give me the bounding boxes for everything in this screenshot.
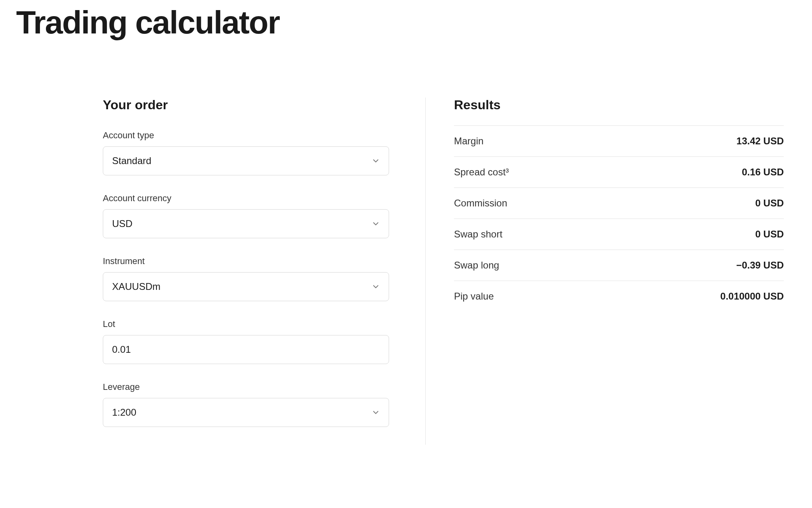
instrument-value: XAUUSDm: [103, 272, 389, 301]
result-value: 0.010000 USD: [720, 291, 784, 302]
lot-input[interactable]: [103, 335, 389, 364]
leverage-value: 1:200: [103, 398, 389, 427]
order-panel: Your order Account type Standard Account…: [103, 98, 425, 445]
leverage-field: Leverage 1:200: [103, 382, 389, 427]
result-value: 0 USD: [755, 229, 784, 240]
result-label: Spread cost³: [454, 167, 509, 178]
result-value: 0.16 USD: [742, 167, 784, 178]
calculator-container: Your order Account type Standard Account…: [16, 98, 796, 445]
page-title: Trading calculator: [16, 4, 796, 41]
lot-field: Lot: [103, 319, 389, 364]
results-heading: Results: [454, 98, 784, 112]
account-currency-field: Account currency USD: [103, 193, 389, 238]
result-value: 13.42 USD: [737, 135, 784, 147]
result-label: Swap long: [454, 260, 499, 271]
result-value: 0 USD: [755, 198, 784, 209]
result-row-swap-long: Swap long −0.39 USD: [454, 250, 784, 281]
result-label: Swap short: [454, 229, 502, 240]
leverage-label: Leverage: [103, 382, 389, 392]
account-type-label: Account type: [103, 130, 389, 141]
account-type-select[interactable]: Standard: [103, 146, 389, 175]
result-row-swap-short: Swap short 0 USD: [454, 219, 784, 250]
result-row-pip-value: Pip value 0.010000 USD: [454, 281, 784, 312]
account-currency-label: Account currency: [103, 193, 389, 204]
account-currency-select[interactable]: USD: [103, 209, 389, 238]
result-label: Margin: [454, 135, 483, 147]
result-row-commission: Commission 0 USD: [454, 187, 784, 219]
results-list: Margin 13.42 USD Spread cost³ 0.16 USD C…: [454, 125, 784, 312]
instrument-label: Instrument: [103, 256, 389, 266]
instrument-select[interactable]: XAUUSDm: [103, 272, 389, 301]
instrument-field: Instrument XAUUSDm: [103, 256, 389, 301]
result-row-margin: Margin 13.42 USD: [454, 125, 784, 156]
account-currency-value: USD: [103, 209, 389, 238]
order-heading: Your order: [103, 98, 389, 112]
result-value: −0.39 USD: [736, 260, 784, 271]
leverage-select[interactable]: 1:200: [103, 398, 389, 427]
result-row-spread-cost: Spread cost³ 0.16 USD: [454, 156, 784, 187]
results-panel: Results Margin 13.42 USD Spread cost³ 0.…: [425, 98, 784, 445]
account-type-value: Standard: [103, 146, 389, 175]
result-label: Commission: [454, 198, 507, 209]
result-label: Pip value: [454, 291, 494, 302]
lot-label: Lot: [103, 319, 389, 329]
account-type-field: Account type Standard: [103, 130, 389, 175]
